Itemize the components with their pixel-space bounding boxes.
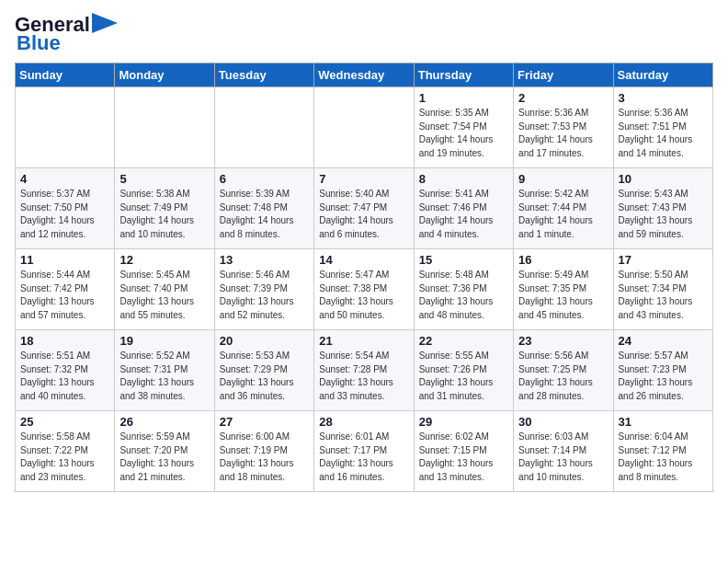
day-info: Sunrise: 5:58 AMSunset: 7:22 PMDaylight:…: [20, 431, 109, 484]
day-number: 8: [419, 172, 508, 186]
day-info: Sunrise: 5:48 AMSunset: 7:36 PMDaylight:…: [419, 269, 508, 322]
day-info: Sunrise: 5:54 AMSunset: 7:28 PMDaylight:…: [319, 350, 408, 403]
day-number: 10: [619, 172, 708, 186]
day-info: Sunrise: 5:52 AMSunset: 7:31 PMDaylight:…: [119, 350, 209, 403]
calendar-cell: 13Sunrise: 5:46 AMSunset: 7:39 PMDayligh…: [214, 249, 313, 330]
calendar-cell: 10Sunrise: 5:43 AMSunset: 7:43 PMDayligh…: [613, 168, 712, 249]
calendar-cell: [214, 87, 313, 168]
calendar-header-row: SundayMondayTuesdayWednesdayThursdayFrid…: [16, 63, 713, 87]
calendar-cell: 3Sunrise: 5:36 AMSunset: 7:51 PMDaylight…: [613, 87, 712, 168]
day-info: Sunrise: 5:38 AMSunset: 7:49 PMDaylight:…: [119, 188, 209, 241]
day-number: 20: [220, 334, 309, 348]
day-number: 18: [20, 334, 109, 348]
day-number: 31: [619, 415, 708, 429]
calendar-cell: 22Sunrise: 5:55 AMSunset: 7:26 PMDayligh…: [414, 330, 513, 411]
day-number: 12: [119, 253, 209, 267]
day-info: Sunrise: 5:45 AMSunset: 7:40 PMDaylight:…: [119, 269, 209, 322]
svg-marker-0: [92, 13, 118, 33]
day-info: Sunrise: 5:53 AMSunset: 7:29 PMDaylight:…: [220, 350, 309, 403]
day-info: Sunrise: 5:49 AMSunset: 7:35 PMDaylight:…: [518, 269, 608, 322]
day-number: 27: [220, 415, 309, 429]
day-number: 13: [220, 253, 309, 267]
calendar-row: 11Sunrise: 5:44 AMSunset: 7:42 PMDayligh…: [16, 249, 713, 330]
day-info: Sunrise: 5:36 AMSunset: 7:53 PMDaylight:…: [518, 107, 608, 160]
calendar-cell: 9Sunrise: 5:42 AMSunset: 7:44 PMDaylight…: [514, 168, 613, 249]
day-number: 24: [619, 334, 708, 348]
calendar-cell: 27Sunrise: 6:00 AMSunset: 7:19 PMDayligh…: [214, 411, 313, 492]
day-number: 29: [419, 415, 508, 429]
day-number: 9: [518, 172, 608, 186]
day-info: Sunrise: 5:46 AMSunset: 7:39 PMDaylight:…: [220, 269, 309, 322]
calendar-table: SundayMondayTuesdayWednesdayThursdayFrid…: [15, 63, 713, 492]
day-info: Sunrise: 5:59 AMSunset: 7:20 PMDaylight:…: [119, 431, 209, 484]
weekday-header: Tuesday: [214, 63, 313, 87]
page-header: General Blue: [15, 15, 713, 55]
calendar-cell: 25Sunrise: 5:58 AMSunset: 7:22 PMDayligh…: [16, 411, 115, 492]
day-number: 28: [319, 415, 408, 429]
calendar-cell: 4Sunrise: 5:37 AMSunset: 7:50 PMDaylight…: [16, 168, 115, 249]
day-info: Sunrise: 5:39 AMSunset: 7:48 PMDaylight:…: [220, 188, 309, 241]
day-number: 6: [220, 172, 309, 186]
weekday-header: Sunday: [16, 63, 115, 87]
day-number: 5: [119, 172, 209, 186]
calendar-cell: 23Sunrise: 5:56 AMSunset: 7:25 PMDayligh…: [514, 330, 613, 411]
day-number: 4: [20, 172, 109, 186]
calendar-cell: [16, 87, 115, 168]
calendar-cell: 16Sunrise: 5:49 AMSunset: 7:35 PMDayligh…: [514, 249, 613, 330]
calendar-row: 25Sunrise: 5:58 AMSunset: 7:22 PMDayligh…: [16, 411, 713, 492]
calendar-cell: [115, 87, 214, 168]
calendar-cell: 21Sunrise: 5:54 AMSunset: 7:28 PMDayligh…: [314, 330, 414, 411]
logo: General Blue: [15, 15, 118, 55]
day-info: Sunrise: 6:01 AMSunset: 7:17 PMDaylight:…: [319, 431, 408, 484]
day-number: 19: [119, 334, 209, 348]
calendar-cell: [314, 87, 414, 168]
day-number: 14: [319, 253, 408, 267]
day-info: Sunrise: 5:50 AMSunset: 7:34 PMDaylight:…: [619, 269, 708, 322]
day-info: Sunrise: 5:57 AMSunset: 7:23 PMDaylight:…: [619, 350, 708, 403]
calendar-row: 4Sunrise: 5:37 AMSunset: 7:50 PMDaylight…: [16, 168, 713, 249]
day-info: Sunrise: 5:43 AMSunset: 7:43 PMDaylight:…: [619, 188, 708, 241]
day-info: Sunrise: 5:51 AMSunset: 7:32 PMDaylight:…: [20, 350, 109, 403]
calendar-cell: 11Sunrise: 5:44 AMSunset: 7:42 PMDayligh…: [16, 249, 115, 330]
calendar-cell: 18Sunrise: 5:51 AMSunset: 7:32 PMDayligh…: [16, 330, 115, 411]
weekday-header: Friday: [514, 63, 613, 87]
calendar-cell: 26Sunrise: 5:59 AMSunset: 7:20 PMDayligh…: [115, 411, 214, 492]
weekday-header: Saturday: [613, 63, 712, 87]
day-number: 16: [518, 253, 608, 267]
day-info: Sunrise: 6:03 AMSunset: 7:14 PMDaylight:…: [518, 431, 608, 484]
calendar-cell: 19Sunrise: 5:52 AMSunset: 7:31 PMDayligh…: [115, 330, 214, 411]
day-info: Sunrise: 5:42 AMSunset: 7:44 PMDaylight:…: [518, 188, 608, 241]
day-number: 25: [20, 415, 109, 429]
day-info: Sunrise: 5:47 AMSunset: 7:38 PMDaylight:…: [319, 269, 408, 322]
day-info: Sunrise: 5:41 AMSunset: 7:46 PMDaylight:…: [419, 188, 508, 241]
day-info: Sunrise: 6:00 AMSunset: 7:19 PMDaylight:…: [220, 431, 309, 484]
day-number: 15: [419, 253, 508, 267]
calendar-row: 18Sunrise: 5:51 AMSunset: 7:32 PMDayligh…: [16, 330, 713, 411]
day-number: 23: [518, 334, 608, 348]
day-number: 21: [319, 334, 408, 348]
day-number: 1: [419, 91, 508, 105]
day-info: Sunrise: 5:35 AMSunset: 7:54 PMDaylight:…: [419, 107, 508, 160]
day-info: Sunrise: 5:55 AMSunset: 7:26 PMDaylight:…: [419, 350, 508, 403]
calendar-cell: 31Sunrise: 6:04 AMSunset: 7:12 PMDayligh…: [613, 411, 712, 492]
day-info: Sunrise: 6:04 AMSunset: 7:12 PMDaylight:…: [619, 431, 708, 484]
day-number: 7: [319, 172, 408, 186]
calendar-cell: 17Sunrise: 5:50 AMSunset: 7:34 PMDayligh…: [613, 249, 712, 330]
calendar-cell: 15Sunrise: 5:48 AMSunset: 7:36 PMDayligh…: [414, 249, 513, 330]
day-info: Sunrise: 5:44 AMSunset: 7:42 PMDaylight:…: [20, 269, 109, 322]
day-number: 2: [518, 91, 608, 105]
day-number: 30: [518, 415, 608, 429]
day-number: 17: [619, 253, 708, 267]
day-number: 26: [119, 415, 209, 429]
day-info: Sunrise: 5:36 AMSunset: 7:51 PMDaylight:…: [619, 107, 708, 160]
logo-blue-text: Blue: [17, 31, 61, 54]
day-number: 11: [20, 253, 109, 267]
calendar-cell: 24Sunrise: 5:57 AMSunset: 7:23 PMDayligh…: [613, 330, 712, 411]
calendar-cell: 8Sunrise: 5:41 AMSunset: 7:46 PMDaylight…: [414, 168, 513, 249]
day-info: Sunrise: 5:40 AMSunset: 7:47 PMDaylight:…: [319, 188, 408, 241]
calendar-cell: 2Sunrise: 5:36 AMSunset: 7:53 PMDaylight…: [514, 87, 613, 168]
calendar-cell: 14Sunrise: 5:47 AMSunset: 7:38 PMDayligh…: [314, 249, 414, 330]
calendar-cell: 29Sunrise: 6:02 AMSunset: 7:15 PMDayligh…: [414, 411, 513, 492]
day-info: Sunrise: 5:37 AMSunset: 7:50 PMDaylight:…: [20, 188, 109, 241]
calendar-cell: 12Sunrise: 5:45 AMSunset: 7:40 PMDayligh…: [115, 249, 214, 330]
